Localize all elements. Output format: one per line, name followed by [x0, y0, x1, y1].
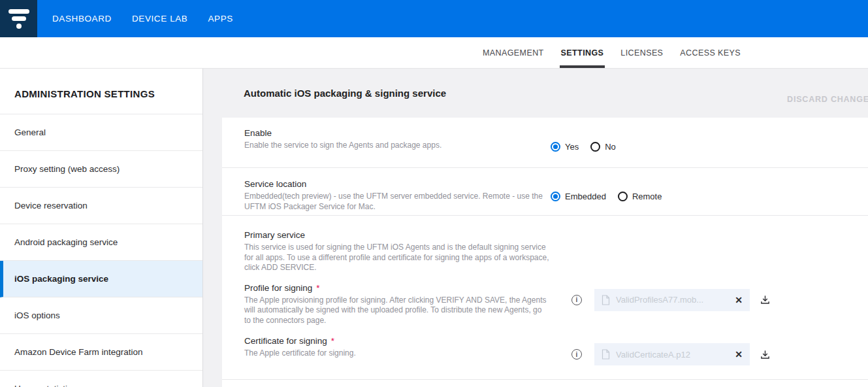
- sidebar-title: ADMINISTRATION SETTINGS: [0, 69, 202, 114]
- service-location-radio-group: Embedded Remote: [551, 192, 662, 201]
- download-icon[interactable]: [760, 350, 770, 360]
- sidebar-item-ios-packaging[interactable]: iOS packaging service: [0, 261, 202, 297]
- top-navigation: DASHBOARD DEVICE LAB APPS: [0, 0, 868, 37]
- radio-option-label: Yes: [565, 142, 579, 152]
- content-header: Automatic iOS packaging & signing servic…: [222, 69, 868, 118]
- info-icon[interactable]: i: [571, 295, 582, 305]
- enable-description: Enable the service to sign the Agents an…: [244, 141, 550, 151]
- radio-selected-icon[interactable]: [551, 142, 560, 152]
- logo-bar-icon: [8, 9, 29, 14]
- row-enable: Enable Enable the service to sign the Ag…: [222, 118, 868, 168]
- settings-content: Automatic iOS packaging & signing servic…: [203, 69, 868, 387]
- document-icon: [602, 349, 610, 360]
- sidebar-item-general[interactable]: General: [0, 114, 202, 151]
- profile-signing-description: The Apple provisioning profile for signi…: [244, 295, 550, 326]
- clear-file-icon[interactable]: ✕: [735, 295, 743, 305]
- enable-radio-group: Yes No: [551, 142, 616, 152]
- nav-device-lab[interactable]: DEVICE LAB: [132, 14, 188, 24]
- document-icon: [602, 295, 610, 305]
- radio-option-label: Remote: [632, 192, 662, 201]
- enable-yes-option[interactable]: Yes: [551, 142, 579, 152]
- tab-settings[interactable]: SETTINGS: [561, 37, 604, 68]
- nav-apps[interactable]: APPS: [208, 14, 233, 24]
- sidebar-item-amazon-device-farm[interactable]: Amazon Device Farm integration: [0, 334, 202, 371]
- certificate-file-controls: i ValidCerticateA.p12 ✕: [571, 343, 770, 365]
- clear-file-icon[interactable]: ✕: [735, 349, 743, 360]
- service-location-label: Service location: [244, 178, 868, 190]
- section-primary-service: Primary service This service is used for…: [222, 216, 868, 380]
- card-footer-spacer: [222, 380, 868, 387]
- primary-service-block: Primary service This service is used for…: [244, 229, 868, 273]
- certificate-signing-label-text: Certificate for signing: [244, 336, 327, 346]
- certificate-signing-label: Certificate for signing*: [244, 335, 868, 347]
- primary-service-label: Primary service: [244, 229, 868, 241]
- certificate-file-name: ValidCerticateA.p12: [616, 350, 731, 360]
- discard-changes-button[interactable]: DISCARD CHANGES: [787, 95, 868, 104]
- top-nav-items: DASHBOARD DEVICE LAB APPS: [37, 0, 233, 37]
- sidebar-item-ios-options[interactable]: iOS options: [0, 297, 202, 334]
- service-location-description: Embedded(tech preview) - use the UFTM se…: [244, 192, 550, 212]
- page-body: ADMINISTRATION SETTINGS General Proxy se…: [0, 69, 868, 387]
- logo-dot-icon: [16, 24, 22, 29]
- profile-signing-label: Profile for signing*: [244, 282, 868, 294]
- radio-option-label: No: [605, 142, 616, 152]
- nav-dashboard[interactable]: DASHBOARD: [52, 14, 112, 24]
- app-logo: [0, 0, 37, 37]
- settings-card: Enable Enable the service to sign the Ag…: [222, 118, 868, 387]
- secondary-navigation: MANAGEMENT SETTINGS LICENSES ACCESS KEYS: [0, 37, 868, 69]
- sidebar-item-device-reservation[interactable]: Device reservation: [0, 188, 202, 224]
- sidebar-item-proxy-setting[interactable]: Proxy setting (web access): [0, 151, 202, 188]
- radio-selected-icon[interactable]: [551, 192, 560, 201]
- certificate-signing-description: The Apple certificate for signing.: [244, 348, 550, 359]
- profile-signing-block: Profile for signing* The Apple provision…: [244, 282, 868, 326]
- profile-file-name: ValidProfilesA77.mob...: [616, 295, 731, 305]
- sidebar-item-android-packaging[interactable]: Android packaging service: [0, 224, 202, 261]
- radio-option-label: Embedded: [565, 192, 606, 201]
- enable-no-option[interactable]: No: [590, 142, 616, 152]
- radio-unselected-icon[interactable]: [590, 142, 600, 152]
- tab-access-keys[interactable]: ACCESS KEYS: [680, 37, 741, 68]
- enable-label: Enable: [244, 127, 868, 139]
- location-embedded-option[interactable]: Embedded: [551, 192, 606, 201]
- profile-file-controls: i ValidProfilesA77.mob... ✕: [571, 289, 770, 311]
- admin-settings-sidebar: ADMINISTRATION SETTINGS General Proxy se…: [0, 69, 203, 387]
- primary-service-description: This service is used for signing the UFT…: [244, 243, 550, 273]
- download-icon[interactable]: [760, 295, 770, 305]
- required-marker: *: [331, 336, 334, 346]
- tab-licenses[interactable]: LICENSES: [620, 37, 663, 68]
- profile-file-input[interactable]: ValidProfilesA77.mob... ✕: [594, 289, 750, 311]
- certificate-signing-block: Certificate for signing* The Apple certi…: [244, 335, 868, 359]
- profile-signing-label-text: Profile for signing: [244, 283, 312, 293]
- tab-management[interactable]: MANAGEMENT: [483, 37, 544, 68]
- required-marker: *: [316, 283, 319, 293]
- sidebar-item-usage-statistics[interactable]: Usage statistics: [0, 371, 202, 387]
- certificate-file-input[interactable]: ValidCerticateA.p12 ✕: [594, 343, 750, 365]
- location-remote-option[interactable]: Remote: [618, 192, 662, 201]
- page-title: Automatic iOS packaging & signing servic…: [244, 88, 446, 99]
- logo-bar-icon: [12, 16, 26, 21]
- info-icon[interactable]: i: [571, 349, 582, 360]
- radio-unselected-icon[interactable]: [618, 192, 628, 201]
- row-service-location: Service location Embedded(tech preview) …: [222, 168, 868, 216]
